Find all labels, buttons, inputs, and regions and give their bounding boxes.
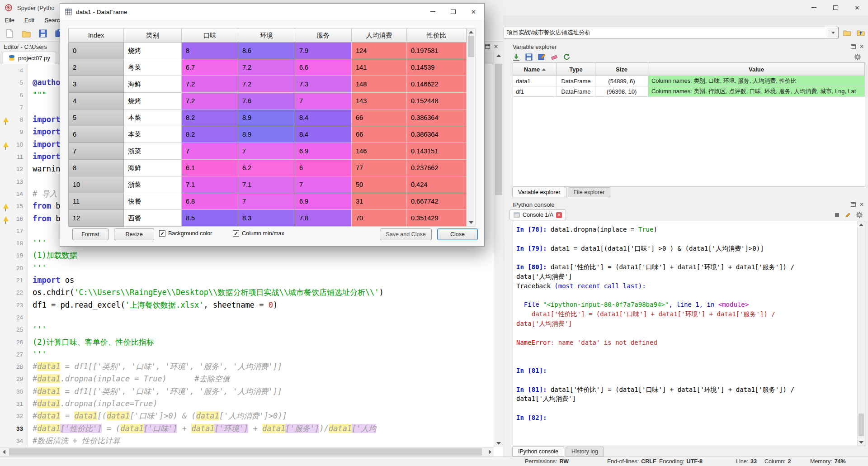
save-file-button[interactable]	[36, 27, 50, 40]
dataframe-column-header[interactable]: 人均消费	[352, 28, 407, 43]
parent-directory-button[interactable]	[855, 27, 867, 38]
dataframe-cell[interactable]: 7	[295, 176, 352, 193]
dataframe-cell[interactable]: 7.1	[182, 176, 238, 193]
editor-line-29[interactable]: 29#data1.dropna(inplace = True) #去除空值	[0, 373, 494, 385]
variable-name-cell[interactable]: df1	[513, 86, 557, 97]
undock-icon[interactable]	[485, 44, 490, 49]
dataframe-cell[interactable]: 0.351429	[407, 210, 467, 227]
dataframe-cell[interactable]: 8.9	[238, 109, 295, 126]
dataframe-column-header[interactable]: 口味	[182, 28, 238, 43]
variable-value-cell[interactable]: Column names: 类别, 行政区, 点评数, 口味, 环境, 服务, …	[648, 86, 865, 97]
dataframe-category-cell[interactable]: 本菜	[124, 109, 182, 126]
variable-type-cell[interactable]: DataFrame	[557, 86, 595, 97]
variable-explorer-column-header[interactable]: Name	[513, 63, 557, 76]
import-data-button[interactable]	[512, 53, 520, 61]
tab-variable-explorer[interactable]: Variable explorer	[512, 187, 566, 197]
save-data-as-button[interactable]	[538, 53, 546, 61]
variable-explorer-column-header[interactable]: Type	[557, 63, 595, 76]
scroll-down-arrow[interactable]	[467, 219, 475, 226]
close-button[interactable]: Close	[437, 228, 478, 240]
editor-line-27[interactable]: 27'''	[0, 348, 494, 361]
tab-console-1a[interactable]: Console 1/A ✕	[509, 209, 566, 220]
variable-row[interactable]: df1DataFrame(96398, 10)Column names: 类别,…	[513, 86, 865, 97]
variable-value-cell[interactable]: Column names: 类别, 口味, 环境, 服务, 人均消费, 性价比	[648, 76, 865, 86]
dataframe-cell[interactable]: 70	[352, 210, 407, 227]
scroll-down-arrow[interactable]	[858, 439, 865, 446]
save-and-close-button[interactable]: Save and Close	[380, 228, 432, 240]
menu-file[interactable]: File	[0, 15, 19, 25]
editor-hscroll-thumb[interactable]	[9, 448, 482, 456]
dataframe-cell[interactable]: 8.4	[295, 109, 352, 126]
dataframe-cell[interactable]: 0.237662	[407, 160, 467, 176]
dataframe-vscroll-thumb[interactable]	[468, 36, 474, 57]
dialog-maximize-button[interactable]	[443, 4, 463, 19]
scroll-up-arrow[interactable]	[467, 29, 475, 36]
window-minimize-button[interactable]	[803, 0, 825, 15]
close-pane-icon[interactable]: ✕	[859, 44, 864, 49]
save-data-button[interactable]	[525, 53, 533, 61]
dataframe-column-header[interactable]: 环境	[238, 28, 295, 43]
editor-line-32[interactable]: 32#data1 = data1[(data1['口味']>0) & (data…	[0, 410, 494, 422]
dataframe-cell[interactable]: 50	[352, 176, 407, 193]
format-button[interactable]: Format	[72, 228, 108, 240]
dataframe-cell[interactable]: 6.8	[182, 193, 238, 210]
editor-line-21[interactable]: 21import os	[0, 274, 494, 286]
scroll-right-arrow[interactable]	[486, 447, 494, 456]
dataframe-cell[interactable]: 7.2	[182, 76, 238, 93]
editor-line-20[interactable]: 20'''	[0, 262, 494, 274]
dataframe-index-cell[interactable]: 7	[68, 143, 124, 160]
dataframe-cell[interactable]: 7.2	[182, 93, 238, 109]
scroll-up-arrow[interactable]	[494, 52, 503, 59]
undock-icon[interactable]	[851, 202, 856, 207]
dataframe-cell[interactable]: 0.667742	[407, 193, 467, 210]
dataframe-category-cell[interactable]: 快餐	[124, 193, 182, 210]
dataframe-category-cell[interactable]: 海鲜	[124, 160, 182, 176]
editor-vscroll-thumb[interactable]	[495, 64, 502, 195]
console-vscroll-thumb[interactable]	[859, 414, 864, 436]
dataframe-cell[interactable]: 8.5	[182, 210, 238, 227]
dataframe-cell[interactable]: 7.1	[238, 176, 295, 193]
dataframe-category-cell[interactable]: 粤菜	[124, 59, 182, 76]
dataframe-category-cell[interactable]: 浙菜	[124, 143, 182, 160]
variable-size-cell[interactable]: (54889, 6)	[595, 76, 648, 86]
new-file-button[interactable]	[2, 27, 17, 40]
window-close-button[interactable]: ✕	[846, 0, 868, 15]
window-maximize-button[interactable]	[825, 0, 846, 15]
variable-row[interactable]: data1DataFrame(54889, 6)Column names: 类别…	[513, 76, 865, 86]
editor-line-34[interactable]: 34#数据清洗 + 性价比计算	[0, 435, 494, 447]
options-gear-icon[interactable]	[856, 211, 863, 219]
dataframe-cell[interactable]: 66	[352, 126, 407, 143]
options-gear-icon[interactable]	[854, 53, 861, 61]
interrupt-kernel-icon[interactable]	[834, 212, 840, 218]
menu-edit[interactable]: Edit	[19, 15, 39, 25]
dataframe-index-cell[interactable]: 10	[68, 176, 124, 193]
dataframe-cell[interactable]: 6.9	[295, 193, 352, 210]
editor-line-30[interactable]: 30#data1 = df1[['类别', '口味', '环境', '服务', …	[0, 385, 494, 398]
variable-name-cell[interactable]: data1	[513, 76, 557, 86]
dataframe-index-cell[interactable]: 0	[68, 43, 124, 59]
dataframe-cell[interactable]: 7.2	[238, 59, 295, 76]
dataframe-index-cell[interactable]: 8	[68, 160, 124, 176]
undock-icon[interactable]	[851, 44, 856, 49]
console-body[interactable]: In [78]: data1.dropna(inplace = True) In…	[513, 221, 865, 446]
dataframe-index-cell[interactable]: 4	[68, 93, 124, 109]
dataframe-cell[interactable]: 8.6	[238, 43, 295, 59]
edit-icon[interactable]	[844, 212, 851, 219]
dataframe-cell[interactable]: 8.9	[238, 126, 295, 143]
editor-line-25[interactable]: 25'''	[0, 323, 494, 336]
dataframe-category-cell[interactable]: 本菜	[124, 126, 182, 143]
combobox-dropdown-arrow[interactable]	[828, 28, 838, 38]
dataframe-cell[interactable]: 0.386364	[407, 126, 467, 143]
dataframe-index-cell[interactable]: 5	[68, 109, 124, 126]
dataframe-cell[interactable]: 148	[352, 76, 407, 93]
dataframe-cell[interactable]: 6.2	[238, 160, 295, 176]
dataframe-cell[interactable]: 66	[352, 109, 407, 126]
tab-ipython-console[interactable]: IPython console	[512, 446, 564, 456]
dataframe-cell[interactable]: 141	[352, 59, 407, 76]
dataframe-category-cell[interactable]: 西餐	[124, 210, 182, 227]
dataframe-cell[interactable]: 0.152448	[407, 93, 467, 109]
variable-type-cell[interactable]: DataFrame	[557, 76, 595, 86]
dataframe-cell[interactable]: 7.9	[295, 43, 352, 59]
variable-explorer-column-header[interactable]: Value	[648, 63, 865, 76]
dataframe-cell[interactable]: 6.1	[182, 160, 238, 176]
